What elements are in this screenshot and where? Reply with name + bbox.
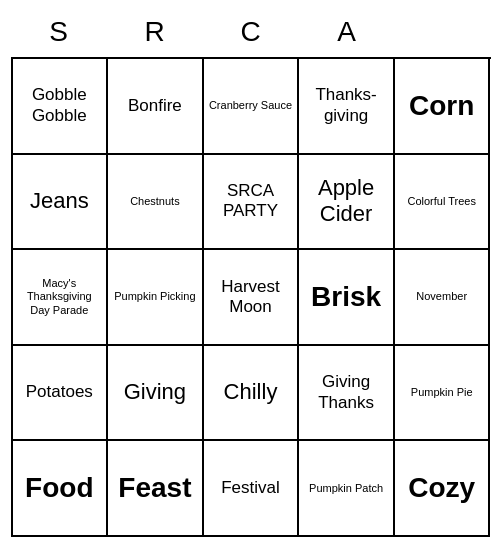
cell-4: Corn: [395, 59, 491, 155]
cell-text-0: Gobble Gobble: [17, 85, 103, 126]
cell-text-13: Brisk: [311, 280, 381, 314]
cell-5: Jeans: [13, 155, 109, 251]
cell-text-16: Giving: [124, 379, 186, 405]
cell-7: SRCA PARTY: [204, 155, 300, 251]
cell-text-4: Corn: [409, 89, 474, 123]
cell-9: Colorful Trees: [395, 155, 491, 251]
cell-text-1: Bonfire: [128, 96, 182, 116]
cell-17: Chilly: [204, 346, 300, 442]
header-col-2: C: [203, 7, 299, 57]
cell-20: Food: [13, 441, 109, 537]
cell-21: Feast: [108, 441, 204, 537]
cell-13: Brisk: [299, 250, 395, 346]
cell-14: November: [395, 250, 491, 346]
cell-text-21: Feast: [118, 471, 191, 505]
cell-2: Cranberry Sauce: [204, 59, 300, 155]
cell-text-17: Chilly: [224, 379, 278, 405]
cell-15: Potatoes: [13, 346, 109, 442]
cell-3: Thanks-giving: [299, 59, 395, 155]
cell-text-23: Pumpkin Patch: [309, 482, 383, 495]
header-col-3: A: [299, 7, 395, 57]
cell-1: Bonfire: [108, 59, 204, 155]
cell-0: Gobble Gobble: [13, 59, 109, 155]
cell-22: Festival: [204, 441, 300, 537]
cell-8: Apple Cider: [299, 155, 395, 251]
cell-text-9: Colorful Trees: [407, 195, 475, 208]
cell-text-5: Jeans: [30, 188, 89, 214]
cell-text-8: Apple Cider: [303, 175, 389, 228]
cell-23: Pumpkin Patch: [299, 441, 395, 537]
cell-10: Macy's Thanksgiving Day Parade: [13, 250, 109, 346]
cell-11: Pumpkin Picking: [108, 250, 204, 346]
bingo-grid: Gobble GobbleBonfireCranberry SauceThank…: [11, 57, 491, 537]
header-col-1: R: [107, 7, 203, 57]
cell-text-14: November: [416, 290, 467, 303]
cell-text-3: Thanks-giving: [303, 85, 389, 126]
cell-text-24: Cozy: [408, 471, 475, 505]
cell-text-12: Harvest Moon: [208, 277, 294, 318]
cell-text-18: Giving Thanks: [303, 372, 389, 413]
cell-text-10: Macy's Thanksgiving Day Parade: [17, 277, 103, 317]
cell-12: Harvest Moon: [204, 250, 300, 346]
cell-text-2: Cranberry Sauce: [209, 99, 292, 112]
cell-text-19: Pumpkin Pie: [411, 386, 473, 399]
cell-text-6: Chestnuts: [130, 195, 180, 208]
cell-text-15: Potatoes: [26, 382, 93, 402]
cell-18: Giving Thanks: [299, 346, 395, 442]
cell-24: Cozy: [395, 441, 491, 537]
cell-19: Pumpkin Pie: [395, 346, 491, 442]
cell-text-22: Festival: [221, 478, 280, 498]
cell-text-11: Pumpkin Picking: [114, 290, 195, 303]
cell-16: Giving: [108, 346, 204, 442]
cell-text-20: Food: [25, 471, 93, 505]
header-col-0: S: [11, 7, 107, 57]
cell-text-7: SRCA PARTY: [208, 181, 294, 222]
cell-6: Chestnuts: [108, 155, 204, 251]
bingo-card: SRCA Gobble GobbleBonfireCranberry Sauce…: [11, 7, 491, 537]
header-row: SRCA: [11, 7, 491, 57]
header-col-4: [395, 7, 491, 57]
